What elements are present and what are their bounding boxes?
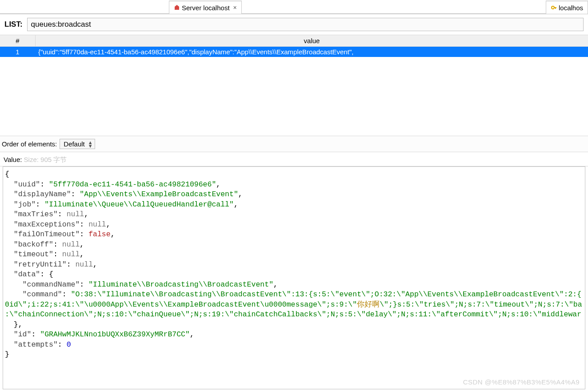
order-label: Order of elements: [2,140,57,148]
tab-label-right: localhos [559,4,583,12]
key-name-input[interactable]: queues:broadcast [27,18,584,31]
row-value: {"uuid":"5ff770da-ec11-4541-ba56-ac49821… [36,47,588,57]
tab-label: Server localhost [182,4,230,12]
col-header-value[interactable]: value [36,35,588,46]
value-label-row: Value: Size: 905 字节 [0,152,588,166]
order-select[interactable]: Default ▲▼ [60,139,95,149]
table-rows: 1 {"uuid":"5ff770da-ec11-4541-ba56-ac498… [0,47,588,136]
tab-bar: Server localhost × localhos [0,0,588,14]
watermark: CSDN @%E8%87%B3%E5%A4%A9 [463,377,580,388]
row-index: 1 [0,47,36,57]
tab-spacer-mid [242,0,546,14]
table-header: # value [0,35,588,47]
close-icon[interactable]: × [233,4,237,11]
tab-localhost-right[interactable]: localhos [546,1,588,14]
key-type-label: LIST: [4,20,23,29]
value-size: Size: 905 字节 [24,156,67,163]
key-name-text: queues:broadcast [31,20,91,28]
tab-server-localhost[interactable]: Server localhost × [169,1,242,14]
key-icon [551,4,557,11]
server-icon [174,4,180,11]
chevron-up-down-icon: ▲▼ [88,141,93,148]
order-row: Order of elements: Default ▲▼ [0,136,588,152]
order-selected: Default [64,140,85,148]
app-root: Server localhost × localhos LIST: queues… [0,0,588,392]
table-row[interactable]: 1 {"uuid":"5ff770da-ec11-4541-ba56-ac498… [0,47,588,57]
value-json-viewer[interactable]: { "uuid": "5ff770da-ec11-4541-ba56-ac498… [3,166,585,389]
tab-spacer [0,0,169,14]
col-header-index[interactable]: # [0,35,36,46]
key-row: LIST: queues:broadcast [0,14,588,35]
value-label: Value: [4,156,22,163]
